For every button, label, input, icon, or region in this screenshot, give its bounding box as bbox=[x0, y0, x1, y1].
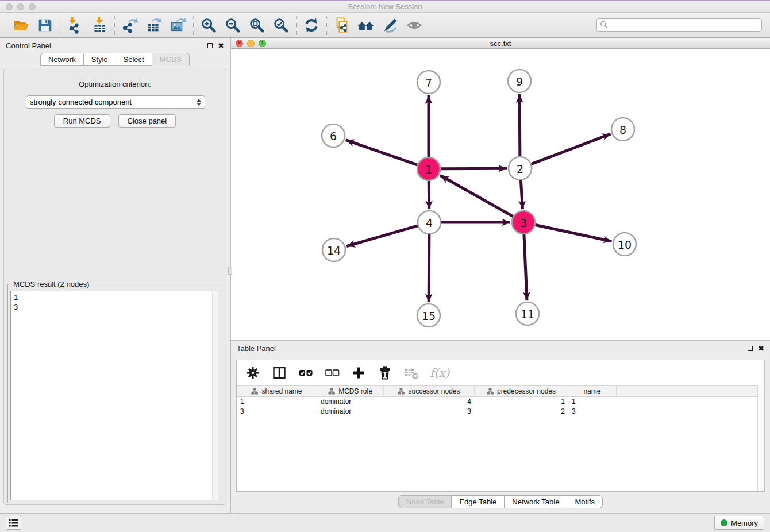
tab-mcds[interactable]: MCDS bbox=[152, 53, 190, 66]
deselect-all-columns-button[interactable] bbox=[324, 365, 340, 381]
column-header-predecessor-nodes[interactable]: predecessor nodes bbox=[475, 386, 568, 396]
tab-node-table[interactable]: Node Table bbox=[398, 495, 452, 508]
column-header-successor-nodes[interactable]: successor nodes bbox=[384, 386, 475, 396]
select-arrows-icon bbox=[197, 99, 201, 106]
column-header-MCDS-role[interactable]: MCDS role bbox=[317, 386, 384, 396]
delete-column-button[interactable] bbox=[377, 365, 393, 381]
result-scrollbar[interactable] bbox=[212, 291, 218, 500]
float-panel-icon[interactable] bbox=[207, 43, 213, 48]
table-panel-title: Table Panel bbox=[237, 344, 276, 353]
column-label: MCDS role bbox=[338, 387, 372, 395]
network-canvas[interactable]: 7968124314101511 bbox=[231, 49, 770, 340]
edge-3-10[interactable] bbox=[535, 225, 612, 241]
export-network-icon bbox=[121, 17, 138, 34]
table-row-2[interactable]: 3dominator323 bbox=[237, 407, 764, 417]
tab-edge-table[interactable]: Edge Table bbox=[452, 495, 505, 508]
search-icon bbox=[600, 21, 608, 29]
style-brush-button[interactable] bbox=[381, 16, 399, 34]
new-network-from-file-button[interactable] bbox=[333, 16, 351, 34]
edge-1-4[interactable] bbox=[429, 180, 429, 209]
tab-select[interactable]: Select bbox=[116, 53, 152, 66]
import-network-button[interactable] bbox=[66, 16, 84, 34]
deselect-all-columns-icon bbox=[325, 365, 340, 380]
edge-2-8[interactable] bbox=[531, 134, 611, 164]
edge-4-15[interactable] bbox=[429, 234, 429, 302]
task-history-button[interactable] bbox=[6, 516, 21, 530]
add-column-button[interactable] bbox=[351, 365, 367, 381]
tab-network-table[interactable]: Network Table bbox=[505, 495, 567, 508]
search-input[interactable] bbox=[596, 18, 762, 32]
select-all-columns-button[interactable] bbox=[298, 365, 314, 381]
open-button[interactable] bbox=[11, 16, 30, 34]
tree-icon bbox=[328, 388, 335, 395]
zoom-in-button[interactable] bbox=[199, 16, 218, 34]
panel-splitter-handle[interactable] bbox=[228, 267, 232, 275]
edge-2-3[interactable] bbox=[521, 180, 522, 209]
table-panel: Table Panel ✖ f(x) shared nameMCDS roles… bbox=[230, 340, 770, 513]
column-label: name bbox=[583, 387, 600, 395]
home-icon bbox=[357, 17, 375, 34]
tab-style[interactable]: Style bbox=[84, 53, 116, 66]
search-box bbox=[596, 18, 762, 32]
save-button[interactable] bbox=[36, 16, 54, 34]
cell-successor-nodes[interactable]: 3 bbox=[384, 407, 475, 417]
mcds-result-group: MCDS result (2 nodes) 13 bbox=[7, 280, 221, 503]
cell-name[interactable]: 1 bbox=[568, 397, 617, 407]
node-label-9: 9 bbox=[516, 75, 523, 88]
cell-successor-nodes[interactable]: 4 bbox=[384, 397, 475, 407]
control-panel-title: Control Panel bbox=[6, 41, 51, 50]
cell-MCDS-role[interactable]: dominator bbox=[317, 407, 384, 417]
close-panel-button[interactable]: Close panel bbox=[118, 114, 176, 128]
refresh-button[interactable] bbox=[302, 16, 321, 34]
style-brush-icon bbox=[382, 17, 399, 34]
home-button[interactable] bbox=[357, 16, 375, 34]
edge-2-9[interactable] bbox=[519, 94, 520, 157]
cell-shared-name[interactable]: 1 bbox=[237, 397, 317, 407]
close-panel-icon[interactable]: ✖ bbox=[218, 43, 224, 48]
float-table-panel-icon[interactable] bbox=[748, 346, 753, 351]
close-table-panel-icon[interactable]: ✖ bbox=[758, 346, 764, 351]
column-label: predecessor nodes bbox=[497, 387, 556, 395]
cell-shared-name[interactable]: 3 bbox=[237, 407, 317, 417]
cell-MCDS-role[interactable]: dominator bbox=[317, 397, 384, 407]
mcds-result-list[interactable]: 13 bbox=[10, 291, 218, 500]
function-icon: f(x) bbox=[430, 366, 449, 380]
edge-1-2[interactable] bbox=[440, 168, 507, 169]
edge-1-6[interactable] bbox=[346, 140, 418, 165]
zoom-out-button[interactable] bbox=[224, 16, 242, 34]
optimization-select[interactable]: strongly connected component bbox=[26, 95, 205, 109]
edge-4-14[interactable] bbox=[346, 226, 418, 246]
eye-button[interactable] bbox=[405, 16, 424, 34]
table-row-1[interactable]: 1dominator411 bbox=[237, 397, 764, 407]
cell-name[interactable]: 3 bbox=[568, 407, 617, 417]
tab-network[interactable]: Network bbox=[40, 53, 84, 66]
export-table-button[interactable] bbox=[145, 16, 163, 34]
cell-predecessor-nodes[interactable]: 1 bbox=[475, 397, 568, 407]
memory-label: Memory bbox=[731, 519, 758, 527]
table-scrollbar[interactable] bbox=[757, 385, 764, 491]
zoom-selected-icon bbox=[272, 17, 290, 34]
edge-3-11[interactable] bbox=[524, 234, 527, 300]
status-bar: Memory bbox=[0, 513, 770, 532]
settings-gear-button[interactable] bbox=[245, 365, 261, 381]
zoom-selected-button[interactable] bbox=[272, 16, 290, 34]
mcds-result-title: MCDS result (2 nodes) bbox=[11, 280, 91, 288]
zoom-fit-button[interactable] bbox=[248, 16, 266, 34]
refresh-icon bbox=[303, 17, 320, 34]
control-panel-tabs: NetworkStyleSelectMCDS bbox=[0, 53, 230, 66]
import-table-button[interactable] bbox=[90, 16, 109, 34]
column-header-name[interactable]: name bbox=[568, 386, 617, 396]
edge-3-1[interactable] bbox=[440, 175, 514, 217]
select-all-columns-icon bbox=[298, 365, 313, 380]
column-view-button[interactable] bbox=[271, 365, 287, 381]
tab-motifs[interactable]: Motifs bbox=[567, 495, 603, 508]
cell-predecessor-nodes[interactable]: 2 bbox=[475, 407, 568, 417]
export-image-button[interactable] bbox=[169, 16, 187, 34]
network-graph[interactable]: 7968124314101511 bbox=[231, 49, 767, 338]
column-label: shared name bbox=[261, 387, 302, 395]
memory-button[interactable]: Memory bbox=[714, 516, 764, 530]
export-network-button[interactable] bbox=[121, 16, 139, 34]
column-header-shared-name[interactable]: shared name bbox=[237, 386, 317, 396]
run-mcds-button[interactable]: Run MCDS bbox=[54, 114, 110, 128]
node-label-8: 8 bbox=[619, 124, 626, 136]
